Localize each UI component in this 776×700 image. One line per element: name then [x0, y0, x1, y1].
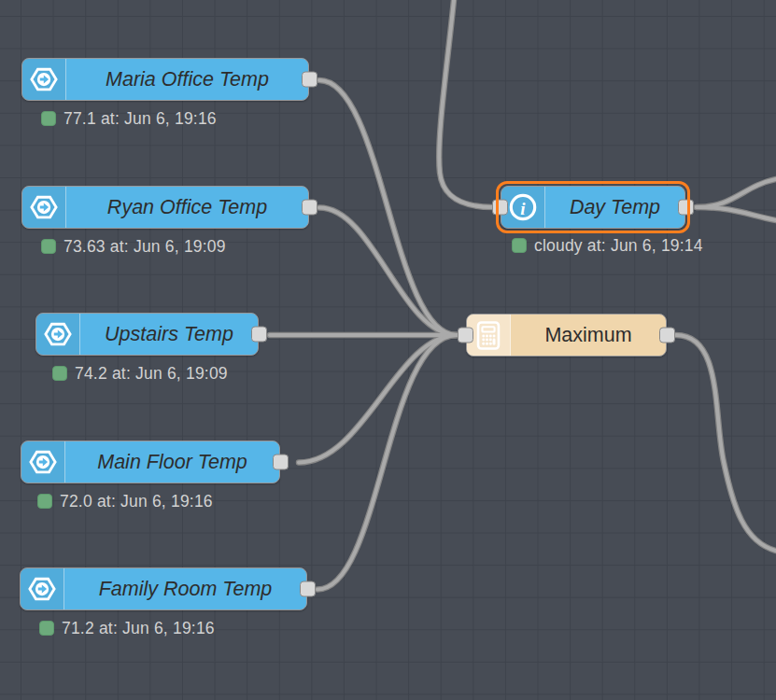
node-label: Family Room Temp: [64, 568, 306, 609]
status-dot: [52, 366, 67, 381]
status-text: 71.2 at: Jun 6, 19:16: [62, 619, 215, 638]
status-dot: [37, 494, 52, 509]
input-port[interactable]: [492, 200, 508, 216]
output-port[interactable]: [678, 200, 694, 216]
hexagon-arrow-icon: [22, 59, 66, 100]
output-port[interactable]: [251, 327, 267, 343]
status-text: 73.63 at: Jun 6, 19:09: [63, 237, 226, 257]
output-port[interactable]: [659, 328, 675, 343]
flow-canvas[interactable]: Maria Office Temp 77.1 at: Jun 6, 19:16 …: [0, 0, 776, 700]
hexagon-arrow-icon: [36, 314, 80, 355]
node-status: 71.2 at: Jun 6, 19:16: [39, 620, 215, 637]
wire-offscreen-to-daytemp[interactable]: [439, 0, 493, 207]
node-maximum[interactable]: Maximum: [466, 314, 667, 357]
output-port[interactable]: [300, 581, 316, 597]
node-status: 74.2 at: Jun 6, 19:09: [52, 365, 228, 382]
node-label: Main Floor Temp: [65, 441, 279, 483]
node-label: Maximum: [511, 315, 666, 356]
node-upstairs-temp[interactable]: Upstairs Temp: [35, 313, 259, 356]
output-port[interactable]: [273, 455, 289, 470]
node-ryan-office-temp[interactable]: Ryan Office Temp: [21, 186, 309, 229]
node-label: Day Temp: [545, 187, 684, 228]
node-label: Ryan Office Temp: [66, 187, 308, 228]
status-dot: [39, 621, 54, 636]
status-text: 77.1 at: Jun 6, 19:16: [63, 109, 217, 129]
node-family-room-temp[interactable]: Family Room Temp: [20, 567, 307, 610]
node-status: 72.0 at: Jun 6, 19:16: [37, 493, 213, 510]
status-dot: [41, 239, 56, 254]
node-status: cloudy at: Jun 6, 19:14: [512, 237, 703, 254]
status-text: 74.2 at: Jun 6, 19:09: [75, 364, 228, 384]
calculator-icon: [467, 315, 511, 356]
node-label: Upstairs Temp: [80, 314, 258, 355]
wire-casings: [270, 0, 776, 590]
status-dot: [41, 111, 56, 126]
hexagon-arrow-icon: [21, 441, 65, 483]
wire-ryan-to-maximum[interactable]: [319, 208, 457, 336]
node-day-temp[interactable]: i Day Temp: [501, 186, 685, 229]
node-label: Maria Office Temp: [66, 59, 308, 100]
hexagon-arrow-icon: [21, 568, 64, 609]
wire-cores: [270, 0, 776, 590]
output-port[interactable]: [302, 72, 317, 88]
status-text: 72.0 at: Jun 6, 19:16: [60, 492, 213, 511]
node-status: 73.63 at: Jun 6, 19:09: [41, 238, 226, 255]
wire-maria-to-maximum[interactable]: [319, 80, 457, 335]
svg-text:i: i: [520, 199, 526, 218]
info-circle-icon: i: [501, 187, 545, 228]
output-port[interactable]: [302, 200, 317, 216]
status-text: cloudy at: Jun 6, 19:14: [534, 236, 703, 256]
node-main-floor-temp[interactable]: Main Floor Temp: [21, 441, 280, 483]
node-status: 77.1 at: Jun 6, 19:16: [41, 110, 217, 127]
status-dot: [512, 238, 527, 253]
hexagon-arrow-icon: [22, 187, 66, 228]
wire-maximum-out[interactable]: [676, 335, 776, 551]
wire-mainfloor-to-maximum[interactable]: [299, 335, 457, 463]
input-port[interactable]: [458, 328, 473, 343]
node-maria-office-temp[interactable]: Maria Office Temp: [21, 58, 309, 101]
